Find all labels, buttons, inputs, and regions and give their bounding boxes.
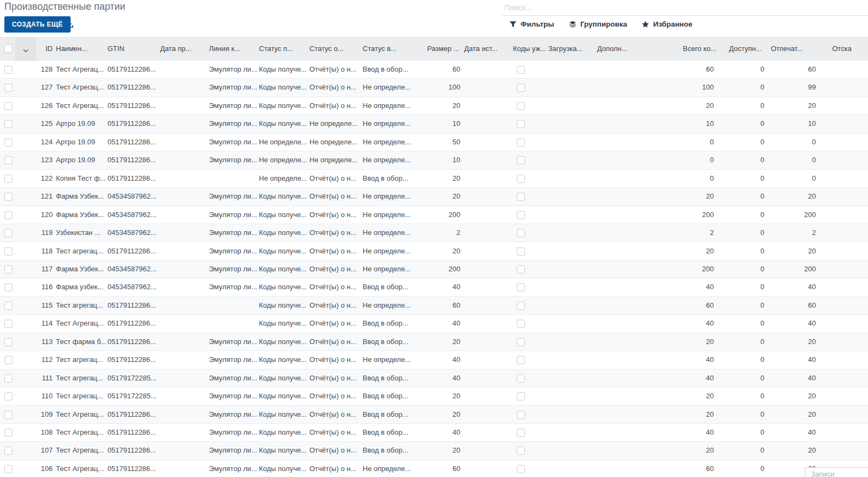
table-row[interactable]: 108Тест Агрегац...05179112286...Эмулятор… (0, 424, 868, 442)
codes-used-checkbox[interactable] (517, 156, 525, 164)
grouping-button[interactable]: Группировка (569, 20, 627, 28)
table-row[interactable]: 107Тест Агрегац...05179112286...Эмулятор… (0, 442, 868, 460)
row-select-checkbox[interactable] (4, 84, 12, 92)
column-header-gtin[interactable]: GTIN (107, 37, 124, 61)
select-all-checkbox[interactable] (4, 44, 12, 53)
codes-used-checkbox[interactable] (517, 320, 525, 328)
column-header-upload[interactable]: Загрузка... (548, 37, 582, 61)
row-select-checkbox[interactable] (4, 283, 12, 291)
cell-status_print: Коды получе... (259, 79, 307, 96)
codes-used-checkbox[interactable] (517, 84, 525, 92)
cell-name: Фарма Узбек... (56, 260, 104, 278)
codes-used-checkbox[interactable] (517, 247, 525, 256)
table-row[interactable]: 110Тест агрегац...05179172285...Эмулятор… (0, 387, 868, 405)
codes-used-checkbox[interactable] (517, 66, 525, 74)
column-header-size[interactable]: Размер ... (427, 37, 459, 61)
row-select-checkbox[interactable] (4, 175, 12, 183)
column-header-available[interactable]: Доступн... (729, 37, 762, 61)
favorites-button[interactable]: Избранное (642, 20, 692, 28)
codes-used-checkbox[interactable] (517, 338, 525, 346)
column-header-status_report[interactable]: Статус о... (309, 37, 344, 61)
codes-used-checkbox[interactable] (517, 392, 525, 400)
table-row[interactable]: 112Тест агрегац...05179112286...Эмулятор… (0, 351, 868, 369)
codes-used-checkbox[interactable] (517, 429, 525, 437)
codes-used-checkbox[interactable] (517, 265, 525, 274)
row-select-checkbox[interactable] (4, 447, 12, 455)
table-row[interactable]: 125Артро 19.0905179112286...Эмулятор ли.… (0, 115, 868, 133)
row-select-checkbox[interactable] (4, 320, 12, 328)
table-row[interactable]: 118Тест агрегац...05179112286...Эмулятор… (0, 243, 868, 260)
codes-used-checkbox[interactable] (517, 465, 525, 473)
column-header-exp_date[interactable]: Дата ист... (464, 37, 498, 61)
codes-used-checkbox[interactable] (517, 283, 525, 291)
codes-used-checkbox[interactable] (517, 374, 525, 383)
column-header-scanned[interactable]: Отска (832, 37, 852, 61)
cell-status_print: Коды получе... (259, 442, 307, 459)
column-header-status_print[interactable]: Статус п... (259, 37, 293, 61)
row-select-checkbox[interactable] (4, 120, 12, 128)
table-row[interactable]: 109Тест Агрегац...05179112286...Эмулятор… (0, 406, 868, 424)
column-header-codes_used[interactable]: Коды уж... (513, 37, 546, 61)
row-select-checkbox[interactable] (4, 229, 12, 237)
table-row[interactable]: 127Тест Агрегац...05179112286...Эмулятор… (0, 79, 868, 97)
codes-used-checkbox[interactable] (517, 302, 525, 310)
table-row[interactable]: 128Тест Агрегац...05179112286...Эмулятор… (0, 61, 868, 79)
codes-used-checkbox[interactable] (517, 138, 525, 147)
row-select-checkbox[interactable] (4, 156, 12, 164)
codes-used-checkbox[interactable] (517, 120, 525, 128)
row-select-checkbox[interactable] (4, 411, 12, 419)
row-select-checkbox[interactable] (4, 102, 12, 110)
row-select-checkbox[interactable] (4, 66, 12, 74)
cell-status_report: Отчёт(ы) о н... (309, 170, 357, 187)
table-row[interactable]: 113Тест фарма б...05179112286...Эмулятор… (0, 333, 868, 351)
row-select-checkbox[interactable] (4, 302, 12, 310)
column-header-status_usage[interactable]: Статус в... (363, 37, 396, 61)
codes-used-checkbox[interactable] (517, 175, 525, 183)
column-header-id[interactable]: ID (46, 37, 53, 61)
row-select-checkbox[interactable] (4, 265, 12, 274)
row-select-checkbox[interactable] (4, 429, 12, 437)
codes-used-checkbox[interactable] (517, 229, 525, 237)
column-header-total_codes[interactable]: Всего ко... (683, 37, 717, 61)
create-more-button[interactable]: СОЗДАТЬ ЕЩЁ (4, 16, 71, 33)
column-header-prod_date[interactable]: Дата пр... (160, 37, 192, 61)
column-header-line[interactable]: Линия к... (209, 37, 240, 61)
column-header-printed[interactable]: Отпечат... (771, 37, 803, 61)
search-input[interactable] (502, 0, 868, 16)
codes-used-checkbox[interactable] (517, 356, 525, 364)
codes-used-checkbox[interactable] (517, 193, 525, 201)
download-icon[interactable] (66, 20, 74, 28)
row-select-checkbox[interactable] (4, 211, 12, 219)
row-select-checkbox[interactable] (4, 356, 12, 364)
table-row[interactable]: 115Тест агрегац...05179112286...Коды пол… (0, 297, 868, 315)
table-row[interactable]: 116Фарма узбек...04534587962...Эмулятор … (0, 278, 868, 296)
table-row[interactable]: 124Артро 19.0905179112286...Эмулятор ли.… (0, 133, 868, 151)
table-row[interactable]: 126Тест Агрегац...05179112286...Эмулятор… (0, 97, 868, 115)
table-row[interactable]: 111Тест агрегац...05179172285...Эмулятор… (0, 370, 868, 387)
row-select-checkbox[interactable] (4, 338, 12, 346)
table-row[interactable]: 120Фарма Узбек...04534587962...Эмулятор … (0, 206, 868, 224)
table-row[interactable]: 119Узбекистан ...04534587962...Эмулятор … (0, 224, 868, 242)
filters-label: Фильтры (521, 20, 554, 28)
row-select-checkbox[interactable] (4, 138, 12, 147)
codes-used-checkbox[interactable] (517, 447, 525, 455)
table-row[interactable]: 106Тест Агрегац...05179112286...Эмулятор… (0, 460, 868, 477)
page-title: Производственные партии (4, 1, 125, 12)
cell-printed: 40 (808, 424, 816, 441)
codes-used-checkbox[interactable] (517, 102, 525, 110)
table-row[interactable]: 121Фарма Узбек...04534587962...Эмулятор … (0, 188, 868, 206)
filters-button[interactable]: Фильтры (509, 20, 554, 28)
table-row[interactable]: 122Копия Тест ф...05179112286...Не опред… (0, 170, 868, 188)
table-row[interactable]: 123Артро 19.0905179112286...Эмулятор ли.… (0, 151, 868, 169)
column-header-name[interactable]: Наимен... (56, 37, 87, 61)
table-row[interactable]: 114Тест Агрегац...05179112286...Коды пол… (0, 315, 868, 333)
row-select-checkbox[interactable] (4, 193, 12, 201)
row-select-checkbox[interactable] (4, 465, 12, 473)
table-row[interactable]: 117Фарма Узбек...04534587962...Эмулятор … (0, 260, 868, 278)
column-header-extra[interactable]: Дополн... (597, 37, 628, 61)
row-select-checkbox[interactable] (4, 247, 12, 256)
codes-used-checkbox[interactable] (517, 211, 525, 219)
codes-used-checkbox[interactable] (517, 411, 525, 419)
row-select-checkbox[interactable] (4, 392, 12, 400)
row-select-checkbox[interactable] (4, 374, 12, 383)
